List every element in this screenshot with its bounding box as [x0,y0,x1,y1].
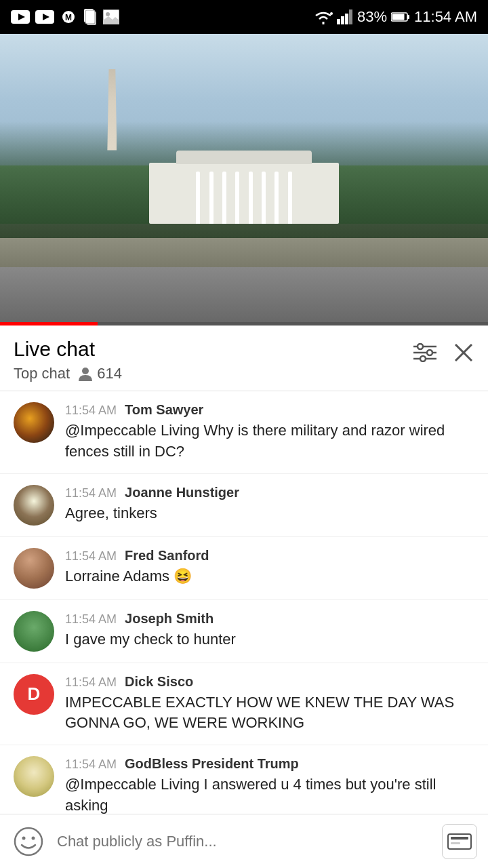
sliders-icon [413,343,436,362]
svg-rect-18 [407,15,409,19]
viewer-count: 614 [78,365,122,382]
message-text: @Impeccable Living I answered u 4 times … [65,774,474,816]
message-content: 11:54 AMJoseph SmithI gave my check to h… [65,611,474,650]
viewer-count-text: 614 [97,365,122,382]
avatar [14,611,54,652]
top-chat-row: Top chat 614 [14,365,122,382]
message-time: 11:54 AM [65,486,117,500]
svg-rect-9 [85,10,95,24]
message-meta: 11:54 AMJoanne Hunstiger [65,485,474,500]
svg-rect-13 [337,19,340,24]
clock: 11:54 AM [414,8,477,26]
svg-rect-16 [349,9,352,24]
chat-message-row: 11:54 AMTom Sawyer@Impeccable Living Why… [0,391,488,474]
message-meta: 11:54 AMFred Sanford [65,548,474,564]
svg-point-26 [420,356,426,361]
chat-message-row: 11:54 AMJoanne HunstigerAgree, tinkers [0,474,488,537]
youtube-icon [11,10,30,24]
avatar [14,548,54,589]
emoji-icon [14,827,43,856]
message-content: 11:54 AMTom Sawyer@Impeccable Living Why… [65,402,474,462]
message-content: 11:54 AMFred SanfordLorraine Adams 😆 [65,548,474,587]
close-chat-button[interactable] [453,342,474,366]
chat-input[interactable] [57,833,431,850]
svg-text:M: M [65,13,72,22]
svg-rect-32 [448,834,471,849]
message-author[interactable]: Joanne Hunstiger [125,485,239,500]
svg-point-30 [22,836,26,840]
files-icon [83,9,98,25]
message-meta: 11:54 AMDick Sisco [65,674,474,690]
message-content: 11:54 AMJoanne HunstigerAgree, tinkers [65,485,474,524]
super-chat-button[interactable] [442,824,477,859]
viewer-icon [78,366,93,381]
battery-icon [391,12,410,22]
svg-rect-33 [451,837,468,840]
chat-message-row: 11:54 AMFred SanfordLorraine Adams 😆 [0,537,488,600]
message-time: 11:54 AM [65,549,117,564]
svg-point-11 [106,12,110,16]
chat-message-row: 11:54 AMJoseph SmithI gave my check to h… [0,600,488,663]
signal-icon [337,9,353,24]
live-chat-title: Live chat [14,338,122,361]
message-text: Agree, tinkers [65,503,474,524]
message-author[interactable]: Dick Sisco [125,674,193,690]
filter-button[interactable] [413,343,436,364]
message-meta: 11:54 AMJoseph Smith [65,611,474,627]
svg-point-31 [32,836,35,840]
image-icon [103,9,119,24]
svg-point-20 [82,368,89,374]
svg-rect-14 [341,16,344,24]
avatar [14,756,54,797]
mpd-icon: M [60,10,77,24]
svg-rect-34 [451,842,460,844]
message-content: 11:54 AMGodBless President Trump@Impecca… [65,756,474,816]
system-status: 83% 11:54 AM [314,8,477,26]
wifi-icon [314,9,333,24]
washington-monument [107,69,117,151]
chat-header-actions [413,342,474,366]
message-text: Lorraine Adams 😆 [65,566,474,587]
chat-message-row: D11:54 AMDick SiscoIMPECCABLE EXACTLY HO… [0,663,488,746]
notification-icons: M [11,9,119,25]
video-player[interactable] [0,34,488,326]
message-text: I gave my check to hunter [65,629,474,650]
svg-rect-4 [38,12,41,22]
message-author[interactable]: Tom Sawyer [125,402,203,418]
superchat-icon [447,831,472,852]
message-time: 11:54 AM [65,612,117,627]
avatar: D [14,674,54,715]
message-meta: 11:54 AMGodBless President Trump [65,756,474,772]
chat-input-bar [0,814,488,868]
svg-rect-15 [345,14,348,24]
status-bar: M 83% 11:54 AM [0,0,488,34]
svg-rect-19 [392,14,405,20]
white-house [149,163,339,224]
youtube-tv-icon [35,10,54,24]
avatar [14,402,54,443]
video-progress-bar[interactable] [0,322,488,326]
message-author[interactable]: Joseph Smith [125,611,214,627]
top-chat-label: Top chat [14,365,70,382]
close-icon [453,342,474,363]
chat-messages-list: 11:54 AMTom Sawyer@Impeccable Living Why… [0,391,488,868]
message-content: 11:54 AMDick SiscoIMPECCABLE EXACTLY HOW… [65,674,474,734]
message-text: @Impeccable Living Why is there military… [65,420,474,462]
message-meta: 11:54 AMTom Sawyer [65,402,474,418]
chat-header-left: Live chat Top chat 614 [14,338,122,382]
svg-point-12 [330,12,333,15]
battery-text: 83% [357,8,387,26]
emoji-button[interactable] [11,824,46,859]
video-progress-fill [0,322,98,326]
message-author[interactable]: GodBless President Trump [125,756,299,772]
avatar [14,485,54,526]
message-time: 11:54 AM [65,757,117,772]
chat-header: Live chat Top chat 614 [0,326,488,391]
message-time: 11:54 AM [65,675,117,690]
message-author[interactable]: Fred Sanford [125,548,209,564]
svg-point-22 [418,344,423,349]
message-time: 11:54 AM [65,403,117,418]
svg-point-24 [427,350,432,355]
svg-point-29 [15,828,42,855]
message-text: IMPECCABLE EXACTLY HOW WE KNEW THE DAY W… [65,692,474,734]
